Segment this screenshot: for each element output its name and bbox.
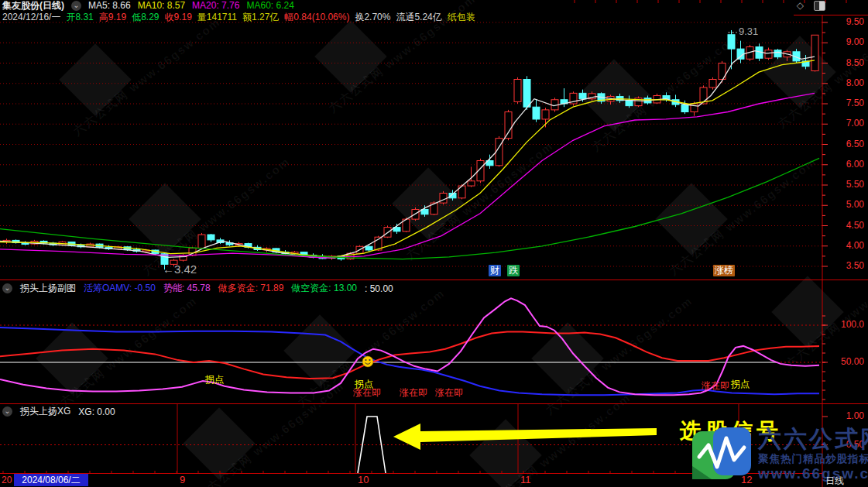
price-tick-label: 8.00	[832, 78, 864, 88]
site-slogan: 聚焦热门精品炒股指标公式	[758, 452, 868, 465]
candle-down	[208, 235, 214, 240]
kong-funds-value: 做空资金: 13.00	[291, 282, 357, 295]
chevron-down-icon[interactable]: ⌄	[71, 1, 81, 11]
gainers-badge[interactable]: 涨榜	[713, 265, 735, 276]
candle-down	[626, 101, 633, 106]
month-label: 9	[180, 475, 185, 485]
oamv-value: 活筹OAMV: -0.50	[84, 282, 156, 295]
osc-signal-label: 拐点	[205, 375, 224, 385]
selected-date-box: 2024/08/06/二	[14, 474, 88, 486]
candle-up	[765, 50, 772, 59]
price-tick-label: 6.50	[832, 139, 864, 149]
chevron-down-icon[interactable]: ⌄	[2, 406, 12, 417]
turnover-value: 换2.70%	[355, 12, 390, 23]
price-tick-label: 4.00	[832, 241, 864, 251]
open-value: 开8.31	[66, 12, 93, 23]
mid-level-value: : 50.00	[365, 283, 393, 294]
price-tick-label: 7.00	[832, 118, 864, 129]
osc-line-做多资金	[0, 332, 819, 379]
amount-value: 额1.27亿	[242, 12, 279, 23]
candle-down	[523, 80, 530, 108]
osc-line-势能	[0, 298, 819, 395]
ma5-label: MA5: 8.66	[88, 0, 131, 12]
osc-signal-label: 涨在即	[400, 388, 427, 398]
candle-down	[579, 93, 586, 98]
price-tick-label: 3.50	[832, 261, 864, 271]
xg-value: XG: 0.00	[78, 406, 115, 417]
price-tick-label: 5.00	[832, 200, 864, 210]
finance-badge[interactable]: 财	[489, 265, 501, 276]
xg-indicator-header: ⌄ 拐头上扬XG XG: 0.00	[0, 405, 115, 418]
volume-value: 量141711	[197, 12, 237, 23]
quote-bar: 2024/12/16/一 开8.31 高9.19 低8.29 收9.19 量14…	[0, 12, 868, 23]
osc-signal-label: 涨在即	[702, 381, 729, 391]
price-annotation: 9.31	[739, 26, 758, 36]
candle-up	[505, 112, 512, 139]
month-label: 11	[520, 475, 531, 485]
period-selector[interactable]: 日线	[825, 475, 844, 487]
chart-canvas[interactable]	[0, 0, 868, 487]
signal-arrow	[393, 424, 657, 450]
candle-up	[709, 80, 716, 88]
low-value: 低8.29	[132, 12, 159, 23]
shineng-value: 势能: 45.78	[163, 282, 211, 295]
sub-indicator-header: ⌄ 拐头上扬副图 活筹OAMV: -0.50 势能: 45.78 做多资金: 7…	[0, 282, 393, 295]
candle-down	[774, 50, 781, 57]
candle-down	[728, 35, 735, 49]
chart-shape	[369, 359, 370, 361]
osc-signal-label: 拐点	[731, 379, 750, 389]
ma-line-MA60	[0, 158, 819, 259]
industry-label[interactable]: 纸包装	[448, 12, 475, 23]
candle-up	[811, 35, 818, 70]
candle-up	[198, 235, 205, 248]
window-icon[interactable]	[814, 1, 825, 11]
duo-funds-value: 做多资金: 71.89	[218, 282, 284, 295]
price-annotation: ←3.42	[163, 264, 197, 274]
smiley-icon	[362, 356, 373, 367]
xg-indicator-title[interactable]: 拐头上扬XG	[20, 405, 70, 418]
chart-shape	[365, 359, 366, 361]
candle-up	[440, 194, 447, 204]
candle-down	[681, 105, 688, 111]
candle-up	[542, 110, 549, 119]
close-value: 收9.19	[164, 12, 191, 23]
axis-first-date: 20	[2, 475, 12, 485]
candle-up	[514, 80, 521, 102]
site-logo-icon	[691, 426, 752, 483]
high-value: 高9.19	[99, 12, 126, 23]
chevron-down-icon[interactable]: ⌄	[2, 283, 12, 293]
price-tick-label: 6.00	[832, 159, 864, 170]
ma60-label: MA60: 6.24	[246, 0, 293, 12]
candle-up	[468, 181, 475, 186]
candle-down	[533, 107, 540, 119]
stock-title[interactable]: 集友股份(日线)	[2, 0, 64, 12]
stock-app-window: 六六公式网 www.66gsw.com六六公式网 www.66gsw.com六六…	[0, 0, 868, 487]
xg-tick-label: 1.00	[832, 411, 864, 421]
site-url: www.66gsw.com	[758, 465, 868, 482]
candle-down	[365, 246, 372, 250]
fall-badge[interactable]: 跌	[507, 265, 520, 276]
price-tick-label: 9.00	[832, 37, 864, 47]
site-name: 六六公式网	[758, 426, 868, 452]
price-tick-label: 8.50	[832, 58, 864, 68]
float-value: 流通5.24亿	[396, 12, 441, 23]
diamond-icon[interactable]: ◇	[797, 0, 804, 12]
date-label: 2024/12/16/一	[2, 12, 60, 23]
osc-tick-label: 100.0	[832, 320, 864, 330]
osc-signal-label: 涨在即	[353, 388, 381, 398]
ma-line-MA20	[0, 93, 815, 258]
price-tick-label: 7.50	[832, 98, 864, 108]
sub-indicator-title[interactable]: 拐头上扬副图	[20, 282, 76, 295]
price-tick-label: 5.50	[832, 180, 864, 190]
price-tick-label: 4.50	[832, 221, 864, 231]
ma10-label: MA10: 8.57	[138, 0, 185, 12]
chart-shape	[362, 356, 373, 367]
title-bar: 集友股份(日线) ⌄ MA5: 8.66 MA10: 8.57 MA20: 7.…	[0, 0, 868, 12]
month-label: 10	[358, 475, 369, 485]
osc-signal-label: 涨在即	[435, 388, 463, 398]
ma20-label: MA20: 7.76	[192, 0, 239, 12]
osc-tick-label: 50.00	[832, 357, 864, 367]
range-value: 幅0.84(10.06%)	[284, 12, 349, 23]
